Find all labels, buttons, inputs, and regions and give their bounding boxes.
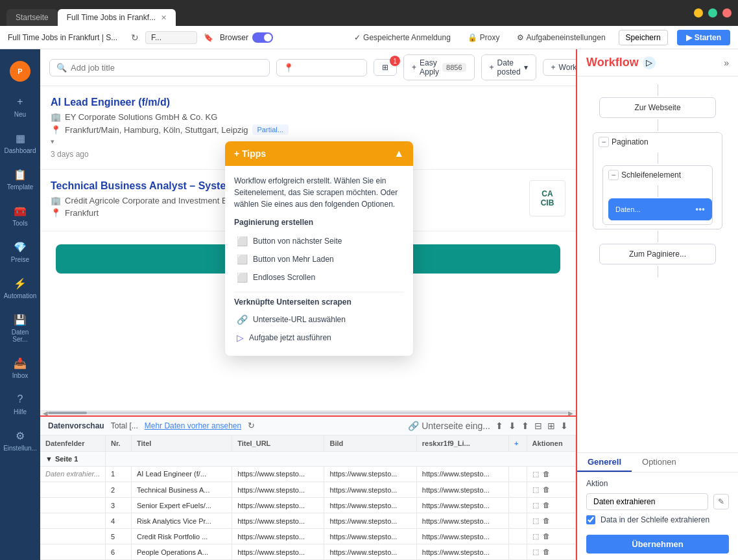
tab-startseite[interactable]: Startseite bbox=[6, 9, 58, 26]
edit-row-icon-1[interactable]: ⬚ bbox=[532, 470, 539, 478]
collapse-icon[interactable]: ⬇ bbox=[560, 421, 568, 431]
minimize-button[interactable]: ─ bbox=[694, 8, 703, 18]
delete-row-icon-1[interactable]: 🗑 bbox=[543, 470, 550, 478]
daten-dots-button[interactable]: ••• bbox=[695, 204, 705, 215]
col-header-extra: reskxr1f9_Li... bbox=[416, 436, 508, 452]
edit-action-icon[interactable]: ✎ bbox=[713, 494, 729, 509]
sidebar-item-automation[interactable]: ⚡ Automation bbox=[3, 271, 38, 305]
chevron-down-icon: ▾ bbox=[524, 63, 528, 72]
delete-row-icon-2[interactable]: 🗑 bbox=[543, 485, 550, 493]
tab-optionen[interactable]: Optionen bbox=[632, 453, 687, 472]
sidebar-item-hilfe[interactable]: ? Hilfe bbox=[3, 387, 38, 421]
cell-extract-5 bbox=[40, 529, 105, 544]
cell-titel-6: People Operations A... bbox=[131, 544, 232, 560]
window-controls: ─ □ ✕ bbox=[694, 8, 732, 18]
address-input[interactable] bbox=[145, 31, 197, 44]
tab-generell[interactable]: Generell bbox=[577, 453, 632, 472]
sidebar-item-preise[interactable]: 💎 Preise bbox=[3, 235, 38, 268]
workflow-expand-button[interactable]: » bbox=[724, 58, 729, 68]
workflow-button[interactable]: + Workfl... bbox=[543, 59, 576, 76]
search-box[interactable]: 🔍 bbox=[49, 59, 270, 76]
download-icon[interactable]: ⬇ bbox=[508, 421, 516, 431]
schleifen-collapse-button[interactable]: − bbox=[608, 170, 619, 180]
delete-row-icon-4[interactable]: 🗑 bbox=[543, 517, 550, 524]
sidebar-item-dashboard[interactable]: ▦ Dashboard bbox=[3, 126, 38, 159]
tooltip-item-btn-naechste[interactable]: ⬜ Button von nächster Seite bbox=[234, 232, 404, 250]
location-box[interactable]: 📍 bbox=[276, 59, 367, 76]
checkbox-row: Data in der Schleife extrahieren bbox=[586, 515, 729, 524]
sidebar-item-tools[interactable]: 🧰 Tools bbox=[3, 198, 38, 232]
horizontal-scrollbar[interactable]: ◀ ▶ bbox=[40, 410, 576, 415]
sidebar-item-neu[interactable]: + Neu bbox=[3, 89, 38, 123]
save-button[interactable]: Speichern bbox=[619, 30, 668, 45]
sidebar-item-einstellungen[interactable]: ⚙ Einstellun... bbox=[3, 423, 38, 457]
table-row-6: 6 People Operations A... https://www.ste… bbox=[40, 544, 576, 560]
tab-close-icon[interactable]: ✕ bbox=[161, 14, 167, 22]
reload-preview-icon[interactable]: ↻ bbox=[248, 421, 255, 430]
saved-login-action[interactable]: ✓ Gespeicherte Anmeldung bbox=[350, 30, 455, 45]
tooltip-close-button[interactable]: ▲ bbox=[394, 148, 404, 159]
delete-row-icon-3[interactable]: 🗑 bbox=[543, 501, 550, 509]
cell-actions-3: ⬚ 🗑 bbox=[527, 498, 576, 513]
cell-bild-3: https://www.stepsto... bbox=[324, 498, 416, 513]
filter-button[interactable]: ⊞ 1 bbox=[374, 59, 397, 76]
browser-label: Browser bbox=[220, 33, 248, 42]
sidebar-item-inbox[interactable]: 📥 Inbox bbox=[3, 351, 38, 384]
tooltip-divider bbox=[234, 292, 404, 292]
aktion-input[interactable] bbox=[586, 493, 708, 510]
workflow-node-zur-webseite[interactable]: Zur Webseite bbox=[599, 97, 716, 118]
schleife-checkbox[interactable] bbox=[586, 515, 595, 524]
edit-row-icon-5[interactable]: ⬚ bbox=[532, 532, 539, 541]
close-button[interactable]: ✕ bbox=[722, 8, 732, 18]
pagination-collapse-button[interactable]: − bbox=[599, 137, 609, 147]
search-input[interactable] bbox=[71, 63, 263, 73]
edit-row-icon-4[interactable]: ⬚ bbox=[532, 517, 539, 525]
sidebar-item-daten[interactable]: 💾 Daten Ser... bbox=[3, 307, 38, 348]
edit-row-icon-3[interactable]: ⬚ bbox=[532, 501, 539, 509]
scrollbar-track[interactable] bbox=[48, 412, 568, 414]
upload-icon[interactable]: ⬆ bbox=[521, 421, 529, 431]
tab-fulltimejobs[interactable]: Full Time Jobs in Frankf... ✕ bbox=[58, 9, 176, 26]
columns-icon[interactable]: ⊞ bbox=[547, 421, 555, 431]
export-icon[interactable]: ⬆ bbox=[495, 421, 503, 431]
sidebar-item-profile[interactable]: P bbox=[3, 56, 38, 87]
unterseite-icon[interactable]: 🔗 Unterseite eing... bbox=[408, 421, 490, 431]
tooltip-scrape-run[interactable]: ▷ Aufgabe jetzt ausführen bbox=[234, 329, 404, 347]
tooltip-scrape-url[interactable]: 🔗 Unterseite-URL auswählen bbox=[234, 310, 404, 329]
delete-row-icon-6[interactable]: 🗑 bbox=[543, 548, 550, 555]
start-button[interactable]: ▶ Starten bbox=[677, 30, 730, 45]
saved-login-icon: ✓ bbox=[354, 33, 361, 42]
browser-toggle-switch[interactable] bbox=[252, 32, 273, 43]
task-settings-action[interactable]: ⚙ Aufgabeneinstellungen bbox=[513, 30, 610, 45]
maximize-button[interactable]: □ bbox=[708, 8, 717, 18]
bookmark-icon[interactable]: 🔖 bbox=[204, 33, 213, 42]
plus-icon-filter: + bbox=[412, 63, 416, 72]
reload-button[interactable]: ↻ bbox=[131, 32, 139, 43]
preview-more-link[interactable]: Mehr Daten vorher ansehen bbox=[145, 421, 241, 430]
tab-fulltimejobs-label: Full Time Jobs in Frankf... bbox=[67, 13, 156, 22]
filter-table-icon[interactable]: ⊟ bbox=[534, 421, 542, 431]
sidebar-item-template[interactable]: 📋 Template bbox=[3, 162, 38, 196]
cell-url-3: https://www.stepsto... bbox=[232, 498, 324, 513]
easy-apply-button[interactable]: + Easy Apply 8856 bbox=[403, 54, 475, 80]
cell-nr-5: 5 bbox=[105, 529, 131, 544]
ubernehmen-button[interactable]: Übernehmen bbox=[586, 535, 729, 554]
table-row-5: 5 Credit Risk Portfolio ... https://www.… bbox=[40, 529, 576, 544]
workflow-node-daten[interactable]: Daten... ••• bbox=[608, 198, 712, 220]
tooltip-item-endlos[interactable]: ⬜ Endloses Scrollen bbox=[234, 268, 404, 286]
scrollbar-thumb[interactable] bbox=[48, 412, 87, 414]
dashboard-icon: ▦ bbox=[13, 131, 27, 145]
filter-bar: 🔍 📍 ⊞ 1 + Easy Apply 8856 + Date posted … bbox=[40, 49, 576, 86]
delete-row-icon-5[interactable]: 🗑 bbox=[543, 532, 550, 540]
col-header-add[interactable]: + bbox=[509, 436, 527, 452]
date-posted-button[interactable]: + Date posted ▾ bbox=[481, 54, 536, 80]
proxy-action[interactable]: 🔒 Proxy bbox=[464, 30, 504, 45]
edit-row-icon-2[interactable]: ⬚ bbox=[532, 485, 539, 494]
arrow-4 bbox=[608, 184, 707, 198]
tooltip-item-btn-mehr[interactable]: ⬜ Button von Mehr Laden bbox=[234, 250, 404, 268]
plus-icon: + bbox=[13, 95, 27, 109]
cell-extra-4: https://www.stepsto... bbox=[416, 513, 508, 529]
edit-row-icon-6[interactable]: ⬚ bbox=[532, 548, 539, 556]
workflow-node-zum-paginiere[interactable]: Zum Paginiere... bbox=[599, 244, 716, 264]
workflow-play-button[interactable]: ▷ bbox=[643, 56, 656, 69]
